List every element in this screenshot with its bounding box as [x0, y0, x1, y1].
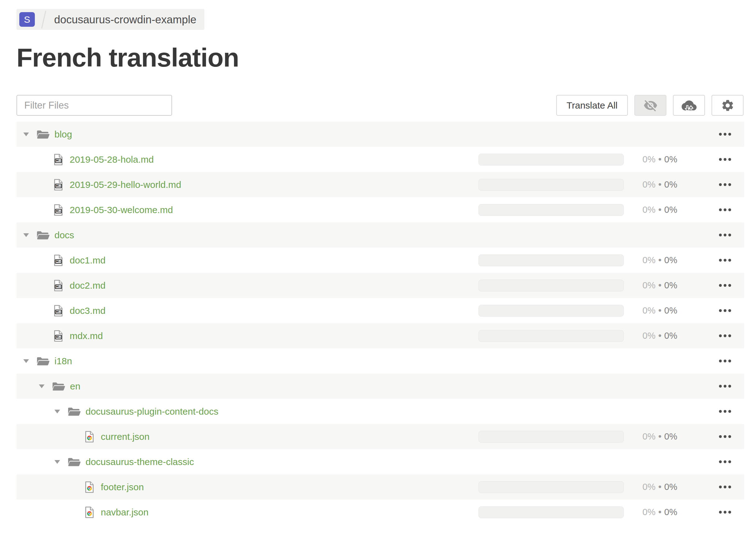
translated-percent: 0% — [643, 306, 656, 316]
translated-percent: 0% — [643, 205, 656, 214]
progress-bar — [479, 204, 624, 216]
progress-bar — [479, 154, 624, 166]
ellipsis-icon — [728, 435, 731, 438]
cloud-sync-icon — [681, 98, 696, 113]
row-menu-button[interactable] — [718, 307, 732, 315]
ellipsis-icon — [728, 208, 731, 211]
percent-separator: • — [658, 507, 662, 517]
translate-all-button[interactable]: Translate All — [556, 95, 628, 116]
file-name-link[interactable]: doc1.md — [70, 255, 105, 266]
project-avatar[interactable]: S — [19, 12, 35, 27]
caret-down-icon[interactable] — [39, 384, 45, 388]
ellipsis-icon — [719, 284, 722, 287]
row-main: blog — [17, 129, 72, 140]
row-menu-button[interactable] — [718, 282, 732, 289]
row-menu-button[interactable] — [718, 458, 732, 466]
ellipsis-icon — [724, 183, 726, 186]
row-menu-button[interactable] — [718, 231, 732, 239]
row-menu-button[interactable] — [718, 357, 732, 365]
caret-down-icon[interactable] — [55, 410, 60, 413]
row-menu-button[interactable] — [718, 508, 732, 516]
row-menu-button[interactable] — [718, 407, 732, 415]
file-name-link[interactable]: 2019-05-30-welcome.md — [70, 205, 173, 215]
file-row: M↓doc3.md0%•0% — [17, 298, 744, 323]
ellipsis-icon — [728, 183, 731, 186]
file-name-link[interactable]: 2019-05-28-hola.md — [70, 154, 154, 165]
folder-name-link[interactable]: i18n — [55, 356, 72, 366]
row-main: M↓mdx.md — [17, 330, 103, 342]
percent-separator: • — [658, 482, 662, 492]
progress-bar — [479, 305, 624, 317]
file-name-link[interactable]: mdx.md — [70, 331, 103, 341]
row-menu-button[interactable] — [718, 433, 732, 441]
ellipsis-icon — [724, 385, 726, 388]
svg-text:M↓: M↓ — [56, 184, 61, 188]
ellipsis-icon — [728, 133, 731, 136]
folder-name-link[interactable]: blog — [55, 129, 72, 140]
caret-down-icon[interactable] — [23, 359, 29, 363]
breadcrumb-project-link[interactable]: docusaurus-crowdin-example — [54, 13, 196, 26]
file-name-link[interactable]: doc3.md — [70, 306, 105, 316]
progress-percents: 0%•0% — [624, 280, 677, 291]
file-name-link[interactable]: current.json — [101, 432, 150, 442]
row-menu-button[interactable] — [718, 156, 732, 163]
row-menu-button[interactable] — [718, 181, 732, 189]
row-meta: 0%•0% — [479, 254, 744, 266]
caret-down-icon[interactable] — [23, 133, 29, 136]
progress-percents: 0%•0% — [624, 507, 677, 517]
row-main: navbar.json — [17, 506, 148, 518]
sync-button[interactable] — [673, 95, 705, 116]
caret-down-icon[interactable] — [55, 460, 60, 464]
progress-percents: 0%•0% — [624, 255, 677, 265]
row-meta: 0%•0% — [479, 179, 744, 191]
translated-percent: 0% — [643, 180, 656, 190]
approved-percent: 0% — [664, 507, 677, 517]
ellipsis-icon — [728, 461, 731, 463]
translated-percent: 0% — [643, 507, 656, 517]
ellipsis-icon — [724, 133, 726, 136]
file-name-link[interactable]: navbar.json — [101, 507, 148, 518]
row-menu-button[interactable] — [718, 256, 732, 264]
progress-bar — [479, 431, 624, 443]
row-menu-button[interactable] — [718, 130, 732, 138]
percent-separator: • — [658, 280, 662, 290]
row-menu-button[interactable] — [718, 206, 732, 214]
ellipsis-icon — [719, 435, 722, 438]
markdown-file-icon: M↓ — [54, 330, 63, 342]
chrome-json-file-icon — [85, 506, 94, 518]
settings-button[interactable] — [711, 95, 744, 116]
file-name-link[interactable]: 2019-05-29-hello-world.md — [70, 180, 181, 190]
svg-text:M↓: M↓ — [56, 310, 61, 314]
folder-name-link[interactable]: docusaurus-plugin-content-docs — [85, 406, 219, 417]
approved-percent: 0% — [664, 331, 677, 340]
row-menu-button[interactable] — [718, 483, 732, 491]
folder-row: docusaurus-plugin-content-docs — [17, 399, 744, 424]
folder-icon — [36, 356, 50, 366]
approved-percent: 0% — [664, 482, 677, 492]
file-row: M↓2019-05-29-hello-world.md0%•0% — [17, 172, 744, 197]
chrome-json-file-icon — [85, 481, 94, 493]
row-menu-button[interactable] — [718, 382, 732, 390]
row-menu-button[interactable] — [718, 332, 732, 340]
file-name-link[interactable]: footer.json — [101, 482, 144, 492]
approved-percent: 0% — [664, 154, 677, 164]
ellipsis-icon — [724, 335, 726, 337]
caret-down-icon[interactable] — [23, 233, 29, 237]
folder-row: docusaurus-theme-classic — [17, 449, 744, 474]
filter-files-input[interactable] — [17, 95, 172, 116]
ellipsis-icon — [724, 208, 726, 211]
file-name-link[interactable]: doc2.md — [70, 280, 105, 291]
progress-percents: 0%•0% — [624, 154, 677, 165]
breadcrumb-separator — [41, 11, 46, 28]
percent-separator: • — [658, 154, 662, 164]
file-row: M↓2019-05-30-welcome.md0%•0% — [17, 197, 744, 222]
row-main: docs — [17, 230, 74, 240]
progress-bar — [479, 481, 624, 493]
ellipsis-icon — [719, 410, 722, 413]
folder-name-link[interactable]: docs — [55, 230, 74, 240]
folder-name-link[interactable]: en — [70, 381, 80, 392]
folder-name-link[interactable]: docusaurus-theme-classic — [85, 457, 194, 467]
row-meta — [479, 357, 744, 365]
folder-icon — [36, 230, 50, 240]
hide-completed-button[interactable] — [634, 95, 667, 116]
